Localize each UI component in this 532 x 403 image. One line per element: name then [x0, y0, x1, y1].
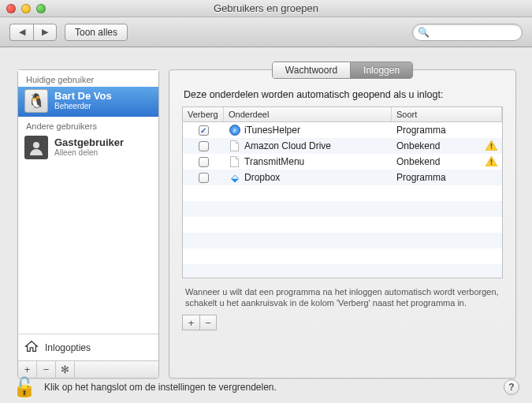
svg-rect-4: [491, 163, 492, 164]
help-button[interactable]: ?: [504, 379, 519, 395]
app-icon: ⬙: [229, 172, 240, 184]
remove-item-button[interactable]: −: [199, 315, 217, 330]
item-name: Dropbox: [244, 172, 280, 183]
item-name: TransmitMenu: [244, 156, 304, 167]
app-icon: [229, 140, 240, 152]
item-kind: Programma: [396, 172, 446, 183]
item-kind: Onbekend: [396, 156, 440, 167]
item-cell: Amazon Cloud Drive: [224, 140, 392, 152]
svg-rect-1: [491, 144, 492, 147]
content: Huidige gebruiker 🐧 Bart De Vos Beheerde…: [0, 47, 532, 403]
item-cell: ♪iTunesHelper: [224, 125, 392, 136]
table-row-empty: [183, 248, 502, 264]
tab-password[interactable]: Wachtwoord: [273, 62, 350, 78]
svg-rect-3: [491, 159, 492, 163]
gear-icon: ✻: [61, 364, 69, 375]
user-sidebar: Huidige gebruiker 🐧 Bart De Vos Beheerde…: [17, 69, 159, 379]
forward-button[interactable]: ▶: [33, 24, 57, 41]
svg-rect-2: [491, 147, 492, 148]
table-header: Verberg Onderdeel Soort: [183, 107, 502, 122]
user-name: Bart De Vos: [54, 91, 112, 102]
unlocked-padlock-icon[interactable]: 🔓: [13, 376, 36, 398]
app-icon: [229, 156, 240, 168]
table-row-empty: [183, 201, 502, 217]
table-row-empty: [183, 233, 502, 248]
table-body: ✓♪iTunesHelperProgrammaAmazon Cloud Driv…: [183, 122, 502, 278]
hide-checkbox[interactable]: [199, 157, 209, 167]
table-row[interactable]: ✓♪iTunesHelperProgramma: [183, 122, 502, 138]
back-button[interactable]: ◀: [9, 24, 33, 41]
minimize-button[interactable]: [21, 4, 31, 13]
item-cell: TransmitMenu: [224, 156, 392, 168]
add-item-button[interactable]: +: [182, 315, 199, 330]
col-kind[interactable]: Soort: [392, 107, 502, 121]
window-controls: [6, 4, 46, 13]
lock-row: 🔓 Klik op het hangslot om de instellinge…: [13, 376, 519, 398]
zoom-button[interactable]: [36, 4, 46, 13]
table-row-empty: [183, 217, 502, 233]
hide-cell[interactable]: [183, 173, 224, 183]
nav-segment: ◀ ▶: [9, 24, 57, 41]
current-user-header: Huidige gebruiker: [18, 70, 158, 87]
chevron-left-icon: ◀: [19, 27, 25, 37]
item-kind: Programma: [396, 125, 446, 136]
table-buttons: + −: [182, 315, 503, 330]
lock-text: Klik op het hangslot om de instellingen …: [44, 382, 277, 393]
col-hide[interactable]: Verberg: [183, 107, 224, 121]
avatar: 🐧: [24, 89, 48, 113]
item-name: iTunesHelper: [244, 125, 300, 136]
show-all-button[interactable]: Toon alles: [65, 24, 128, 41]
search-icon: 🔍: [418, 27, 430, 38]
hint-text: Wanneer u wilt dat een programma na het …: [169, 278, 515, 313]
kind-cell: Onbekend: [392, 140, 502, 151]
chevron-right-icon: ▶: [42, 27, 48, 37]
sidebar-item-guest[interactable]: Gastgebruiker Alleen delen: [18, 133, 158, 163]
window-title: Gebruikers en groepen: [0, 2, 532, 14]
titlebar: Gebruikers en groepen: [0, 0, 532, 17]
toolbar: ◀ ▶ Toon alles 🔍: [0, 17, 532, 47]
table-row-empty: [183, 185, 502, 201]
main-panel: Wachtwoord Inloggen Deze onderdelen word…: [169, 69, 516, 379]
svg-point-0: [33, 142, 39, 148]
login-items-table: Verberg Onderdeel Soort ✓♪iTunesHelperPr…: [182, 106, 503, 278]
item-kind: Onbekend: [396, 140, 440, 151]
sidebar-bottom-bar: + − ✻: [18, 360, 158, 378]
hide-checkbox[interactable]: [199, 141, 209, 151]
tabbar: Wachtwoord Inloggen: [169, 62, 515, 79]
item-cell: ⬙Dropbox: [224, 172, 392, 184]
tab-login-items[interactable]: Inloggen: [350, 62, 412, 78]
warning-icon: [485, 156, 497, 167]
login-options-label: Inlogopties: [45, 342, 91, 353]
hide-checkbox[interactable]: [199, 173, 209, 183]
kind-cell: Onbekend: [392, 156, 502, 167]
avatar: [24, 136, 48, 159]
search-wrap: 🔍: [412, 24, 523, 41]
hide-cell[interactable]: [183, 141, 224, 151]
login-options-row[interactable]: Inlogopties: [18, 334, 158, 360]
table-row-empty: [183, 264, 502, 278]
user-role: Alleen delen: [54, 148, 124, 158]
hide-cell[interactable]: [183, 157, 224, 167]
col-item[interactable]: Onderdeel: [224, 107, 392, 121]
kind-cell: Programma: [392, 125, 502, 136]
table-row[interactable]: TransmitMenuOnbekend: [183, 154, 502, 170]
warning-icon: [485, 140, 497, 151]
table-row[interactable]: Amazon Cloud DriveOnbekend: [183, 138, 502, 154]
kind-cell: Programma: [392, 172, 502, 183]
table-row[interactable]: ⬙DropboxProgramma: [183, 170, 502, 185]
hide-cell[interactable]: ✓: [183, 125, 224, 136]
app-icon: ♪: [229, 125, 240, 136]
house-icon: [24, 339, 39, 356]
other-users-header: Andere gebruikers: [18, 117, 158, 133]
user-role: Beheerder: [54, 102, 112, 111]
user-name: Gastgebruiker: [54, 137, 124, 148]
hide-checkbox[interactable]: ✓: [199, 125, 209, 136]
sidebar-item-current-user[interactable]: 🐧 Bart De Vos Beheerder: [18, 87, 158, 117]
item-name: Amazon Cloud Drive: [244, 140, 331, 151]
close-button[interactable]: [6, 4, 16, 13]
